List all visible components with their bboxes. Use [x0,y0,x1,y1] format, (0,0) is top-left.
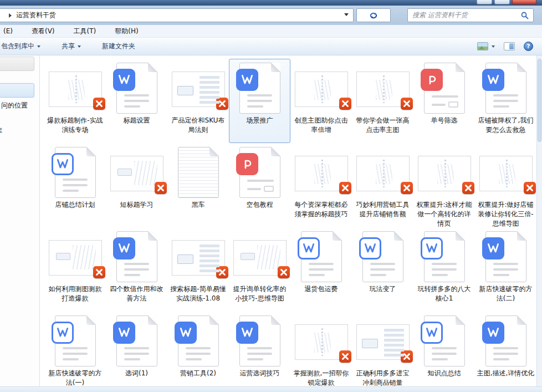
search-icon[interactable] [521,12,529,19]
nav-item-selected[interactable] [0,83,34,98]
help-icon[interactable]: ? [524,42,533,51]
xmind-badge-icon [278,266,290,278]
file-tile[interactable]: 创意主图助你点击率倍增 [290,59,352,143]
search-input[interactable]: 搜索 运营资料干货 [407,8,534,22]
scrollbar-thumb[interactable] [538,59,541,142]
file-tile[interactable]: 单号筛选 [413,59,475,143]
address-dropdown-icon[interactable] [344,13,349,16]
xmind-badge-icon [339,182,351,194]
preview-pane-icon[interactable] [504,42,515,50]
file-tile[interactable]: 退货包运费 [290,227,352,312]
file-tile[interactable]: 带你学会做一张高点击率主图 [352,59,413,143]
file-icon-area [108,145,166,198]
doc-text-lines [432,347,458,364]
maximize-button[interactable] [494,0,510,4]
wps-writer-doc-icon [239,63,280,114]
file-icon-area [354,145,412,198]
menu-edit[interactable]: (E) [1,26,15,36]
xmind-thumbnail [295,156,348,191]
new-folder-button[interactable]: 新建文件夹 [98,39,140,54]
minimize-button[interactable] [477,0,492,4]
file-tile[interactable]: 每个资深掌柜都必须掌握的标题技巧 [290,143,352,227]
file-tile[interactable]: 提升询单转化率的小技巧-思维导图 [229,227,290,312]
wps-writer-doc-icon [485,63,526,114]
file-tile[interactable]: 如何利用测图测款打造爆款 [44,227,106,312]
file-tile[interactable]: 权重提升:做好店铺装修让你转化三倍-思维导图 [475,143,536,227]
file-tile[interactable]: 玩转拼多多的八大核心1 [413,227,475,312]
xmind-thumbnail [295,324,348,360]
file-tile[interactable]: 知识点总结 [413,312,475,392]
share-button[interactable]: 共享 [57,39,85,54]
wps-w-mark-icon [236,322,258,344]
file-tile[interactable]: 运营选词技巧 [229,312,290,392]
file-tile[interactable]: 正确利用多多进宝冲刺商品销量 [352,312,413,392]
xmind-badge-icon [93,98,105,110]
file-tile[interactable]: 巧妙利用营销工具提升店铺销售额 [352,143,413,227]
doc-text-lines [124,263,151,279]
xmind-thumbnail [172,72,225,107]
file-name: 爆款标题制作-实战演练专场 [46,116,104,135]
file-icon-area [415,229,473,282]
file-name: 知识点总结 [415,369,473,378]
file-tile[interactable]: 营销工具(2) [167,312,229,392]
file-tile[interactable]: 搜索标题-简单易懂实战演练-1.08 [167,227,229,312]
wps-w-mark-icon [482,322,504,344]
file-icon-area [415,145,473,198]
file-icon-area [415,313,473,366]
breadcrumb[interactable]: 运营资料干货 [16,11,56,20]
wps-writer-doc-icon [116,315,157,366]
file-tile[interactable]: 新店快速破零的方法(二) [475,227,536,312]
xmind-badge-icon [401,182,413,194]
file-tile[interactable]: 短标题学习 [106,143,167,227]
file-tile[interactable]: 主图,描述,详情优化 [475,312,536,392]
file-tile[interactable]: 掌握测款,一招帮你锁定爆款 [290,312,352,392]
file-name: 新店快速破零的方法(二) [477,284,535,303]
file-tile[interactable]: 玩法变了 [352,227,413,312]
close-button[interactable] [512,0,536,4]
refresh-button[interactable] [356,8,391,22]
file-tile[interactable]: 产品定价和SKU布局法则 [167,59,229,143]
vertical-scrollbar[interactable] [536,55,542,386]
file-tile[interactable]: 四个数值作用和改善方法 [106,227,167,312]
wps-w-mark-icon [113,69,135,91]
xmind-thumbnail [233,240,287,276]
xmind-badge-icon [339,350,351,363]
menu-view[interactable]: 查看(V) [29,26,57,37]
menu-tools[interactable]: 工具(T) [71,26,99,37]
file-icon-area [169,60,227,114]
wps-pdf-icon [239,147,280,198]
file-icon-area [292,229,350,282]
nav-item-recent-places[interactable]: 问的位置 [1,101,28,110]
menu-help[interactable]: 帮助(H) [113,26,140,37]
file-name: 四个数值作用和改善方法 [108,284,166,303]
file-tile[interactable]: 选词(1) [106,312,167,392]
file-tile[interactable]: 标题设置 [106,59,167,143]
wps-writer-docx-icon [301,231,342,282]
breadcrumb-arrow-icon[interactable] [9,13,12,18]
wps-writer-docx-icon [362,231,403,282]
chevron-down-icon [37,45,40,48]
file-tile[interactable]: 爆款标题制作-实战演练专场 [44,59,106,143]
file-tile[interactable]: 店铺总结计划 [44,143,106,227]
text-file-icon [178,147,219,198]
nav-item-library-clipped[interactable]: 库 [0,126,3,136]
file-tile[interactable]: 新店快速破零的方法(一) [44,312,106,392]
nav-item-clipped-top[interactable] [0,57,34,71]
address-bar[interactable]: 运营资料干货 [0,8,354,22]
file-tile[interactable]: 店铺被降权了,我们要怎么去救急 [475,59,536,143]
change-view-button[interactable] [477,42,495,50]
file-name: 玩法变了 [354,284,412,294]
file-tile[interactable]: 空包教程 [229,143,290,227]
file-tile[interactable]: 权重提升:这样才能做一个高转化的详情页 [413,143,475,227]
file-tile[interactable]: 黑车 [167,143,229,227]
file-name: 场景推广 [231,116,289,125]
file-name: 店铺被降权了,我们要怎么去救急 [477,116,535,135]
include-in-library-button[interactable]: 包含到库中 [0,39,45,54]
page-fold [456,63,465,72]
xmind-thumbnail [356,324,410,360]
xmind-badge-icon [401,98,413,110]
page-fold [86,147,96,156]
file-name: 退货包运费 [292,284,350,294]
file-tile[interactable]: 场景推广 [229,59,290,143]
wps-w-mark-icon [421,322,443,344]
